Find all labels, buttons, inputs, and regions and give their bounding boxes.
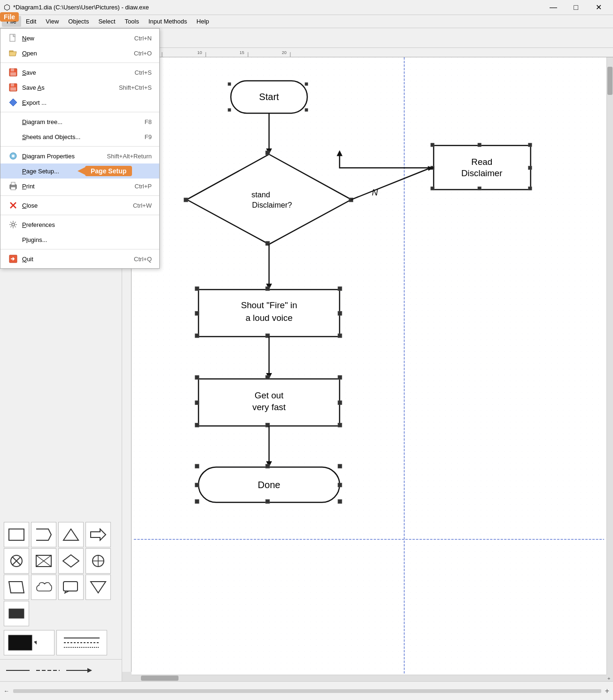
menu-plugins[interactable]: Plugins... [0,232,159,247]
menu-export[interactable]: Export ... [0,95,159,110]
print-shortcut: Ctrl+P [135,183,152,190]
print-label: Print [22,183,125,190]
svg-text:10: 10 [197,50,202,55]
svg-text:Read: Read [471,157,492,167]
file-menu-item[interactable]: File File [2,16,21,27]
shape-circle-plus[interactable] [85,548,111,574]
svg-text:Done: Done [258,480,280,490]
app-icon: ⬡ [4,3,10,12]
help-menu-item[interactable]: Help [192,16,214,27]
diagramtree-icon [8,117,18,127]
line-solid-tool[interactable] [4,663,32,677]
diagramtree-label: Diagram tree... [22,118,135,125]
menu-preferences[interactable]: Preferences [0,217,159,232]
menu-diagram-tree[interactable]: Diagram tree... F8 [0,114,159,129]
minimize-button[interactable]: — [543,0,564,15]
pagesetup-icon [8,166,18,176]
svg-rect-137 [338,464,342,468]
line-arrow-tool[interactable] [64,663,92,677]
shape-circle-x[interactable] [4,548,29,574]
svg-rect-118 [338,311,342,316]
menu-open[interactable]: Open Ctrl+O [0,46,159,61]
diagramprops-icon [8,151,18,161]
file-dropdown-menu: New Ctrl+N Open Ctrl+O Save Ctrl+S [0,28,160,269]
status-scrollbar[interactable] [13,689,601,693]
shape-parallelogram[interactable] [4,575,29,600]
shape-cloud[interactable] [31,575,56,600]
sheetsobj-shortcut: F9 [145,133,152,140]
menu-saveas[interactable]: Save As Shift+Ctrl+S [0,80,159,95]
scrollbar-corner: + [606,675,613,681]
svg-rect-84 [434,146,530,190]
shape-arrow-right[interactable] [85,522,111,547]
svg-marker-47 [9,582,24,593]
svg-rect-51 [9,609,24,618]
status-plus[interactable]: + [605,687,609,695]
window-controls: — □ ✕ [543,0,609,15]
svg-rect-87 [431,143,435,147]
status-bar: ← + [0,681,613,700]
sep6 [0,249,159,249]
svg-rect-131 [338,401,342,405]
svg-rect-12 [11,182,15,185]
svg-rect-140 [265,464,270,468]
close-button[interactable]: ✕ [588,0,609,15]
close-shortcut: Ctrl+W [133,202,152,209]
svg-point-10 [12,155,15,157]
menu-page-setup[interactable]: Page Setup... Page Setup [0,163,159,179]
quit-icon [8,254,18,264]
menu-sheets-objects[interactable]: Sheets and Objects... F9 [0,129,159,144]
svg-text:Disclaimer: Disclaimer [461,168,503,178]
shape-chevron[interactable] [31,522,56,547]
shape-grid [0,518,122,630]
shape-square-x[interactable] [31,548,56,574]
shape-lines[interactable] [56,630,107,655]
scrollbar-horizontal[interactable] [132,675,606,681]
shape-row-special [0,630,122,659]
bottom-tools [0,659,122,681]
objects-menu-item[interactable]: Objects [63,16,93,27]
sep1 [0,62,159,63]
select-menu-item[interactable]: Select [93,16,120,27]
input-methods-menu-item[interactable]: Input Methods [144,16,192,27]
saveas-label: Save As [22,84,109,91]
view-menu-item[interactable]: View [41,16,63,27]
diagramtree-shortcut: F8 [145,118,152,125]
shape-diamond[interactable] [58,548,84,574]
scroll-thumb-horizontal[interactable] [141,676,178,681]
menu-print[interactable]: Print Ctrl+P [0,179,159,194]
svg-rect-6 [11,84,14,86]
quit-label: Quit [22,256,124,263]
svg-rect-52 [8,635,32,650]
menu-save[interactable]: Save Ctrl+S [0,65,159,80]
svg-rect-117 [195,311,199,316]
svg-rect-113 [195,334,199,338]
sep5 [0,215,159,215]
saveas-shortcut: Shift+Ctrl+S [119,84,152,91]
shape-rect[interactable] [4,522,29,547]
close-label: Close [22,202,124,209]
print-icon [8,181,18,191]
scroll-thumb-vertical[interactable] [607,67,613,95]
menu-new[interactable]: New Ctrl+N [0,31,159,46]
shape-callout[interactable] [58,575,84,600]
menu-quit[interactable]: Quit Ctrl+Q [0,251,159,266]
title-text: *Diagram1.dia (C:\Users\User\Pictures) -… [13,4,543,11]
tools-menu-item[interactable]: Tools [120,16,144,27]
new-label: New [22,35,125,42]
maximize-button[interactable]: □ [565,0,587,15]
svg-text:Disclaimer?: Disclaimer? [252,201,292,209]
shape-triangle-down[interactable] [85,575,111,600]
svg-text:Get out: Get out [255,390,284,400]
line-dashed-tool[interactable] [34,663,62,677]
svg-text:stand: stand [251,190,270,199]
shape-black-rect[interactable] [4,630,54,655]
shape-triangle[interactable] [58,522,84,547]
shape-rect-single[interactable] [4,601,29,626]
scrollbar-vertical[interactable] [606,57,613,675]
edit-menu-item[interactable]: Edit [21,16,41,27]
canvas-area[interactable]: 5 10 15 20 5 10 15 20 25 [122,48,613,681]
quit-shortcut: Ctrl+Q [134,256,152,263]
menu-diagram-properties[interactable]: Diagram Properties Shift+Alt+Return [0,148,159,163]
menu-close[interactable]: Close Ctrl+W [0,198,159,213]
